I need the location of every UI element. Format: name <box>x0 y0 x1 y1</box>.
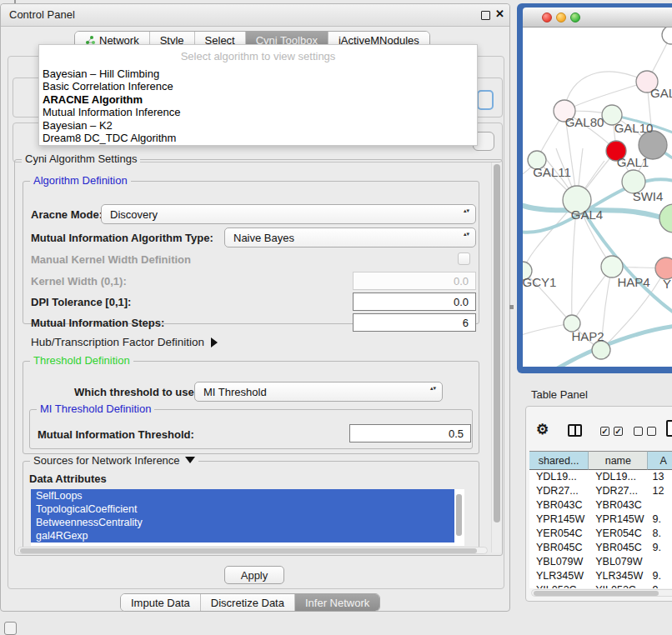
mi-type-value: Naive Bayes <box>233 232 294 244</box>
table-cell: 9. <box>648 541 672 555</box>
algorithm-option-mutual-information-inference[interactable]: Mutual Information Inference <box>39 106 477 118</box>
node-table[interactable]: shared...nameA YDL19...YDL19...13YDR27..… <box>529 451 672 588</box>
table-row[interactable]: YDR27...YDR27...12 <box>529 484 672 498</box>
column-header-1[interactable]: shared... <box>529 451 589 470</box>
bottom-left-panel-icon[interactable] <box>4 622 17 635</box>
document-icon[interactable] <box>666 420 672 437</box>
aracne-mode-select[interactable]: Discovery ▴▾ <box>101 204 476 224</box>
algorithm-option-bayesian-k2[interactable]: Bayesian – K2 <box>39 119 477 132</box>
table-row[interactable]: YIL052CYIL052C9. <box>529 583 672 588</box>
checked-checkbox-icon[interactable]: ✓ <box>600 427 609 436</box>
table-cell: 13 <box>648 470 672 484</box>
kernel-width-input[interactable]: 0.0 <box>353 272 476 290</box>
manual-kernel-label: Manual Kernel Width Definition <box>31 253 191 266</box>
unchecked-checkbox-icon[interactable] <box>647 427 656 436</box>
mi-type-select[interactable]: Naive Bayes ▴▾ <box>224 228 476 248</box>
float-window-icon[interactable] <box>481 11 490 20</box>
panel-divider-handle[interactable] <box>509 305 514 309</box>
settings-group-title: Cyni Algorithm Settings <box>22 152 140 165</box>
column-header-3[interactable]: A <box>648 451 672 470</box>
sources-title-text: Sources for Network Inference <box>33 454 180 467</box>
settings-vertical-scrollbar[interactable] <box>491 162 502 552</box>
mi-steps-input[interactable]: 6 <box>353 313 476 332</box>
sources-group-title[interactable]: Sources for Network Inference <box>30 454 198 467</box>
control-panel-title: Control Panel <box>9 8 75 21</box>
table-cell: 12 <box>648 484 672 498</box>
list-scrollbar-thumb[interactable] <box>456 494 462 536</box>
hub-definition-toggle[interactable]: Hub/Transcription Factor Definition <box>31 336 218 348</box>
mi-threshold-group-title: MI Threshold Definition <box>37 402 154 415</box>
combo-stepper-fragment[interactable] <box>477 90 494 110</box>
algorithm-option-aracne-algorithm[interactable]: ARACNE Algorithm <box>39 93 477 106</box>
which-threshold-select[interactable]: MI Threshold ▴▾ <box>194 382 443 402</box>
network-edge <box>564 82 647 111</box>
settings-horizontal-scrollbar[interactable] <box>18 547 488 554</box>
attribute-item-topologicalcoefficient[interactable]: TopologicalCoefficient <box>31 502 454 516</box>
table-cell: YBR045C <box>529 541 589 555</box>
table-header-row: shared...nameA <box>529 451 672 470</box>
gear-icon[interactable]: ⚙ <box>536 421 549 438</box>
table-hscrollbar-thumb[interactable] <box>534 591 659 596</box>
table-panel: ⚙ ✓ ✓ shared...nameA YDL19...YDL19...13Y… <box>525 406 672 602</box>
mi-threshold-label: Mutual Information Threshold: <box>38 428 194 441</box>
aracne-mode-label: Aracne Mode: <box>31 208 103 221</box>
table-row[interactable]: YDL19...YDL19...13 <box>529 470 672 484</box>
tab-label: Discretize Data <box>211 597 284 609</box>
network-graph[interactable]: GALGAL80GAL10GAL1GAL11SWI4GAL4GCY1HAP4YH… <box>523 28 672 367</box>
data-attributes-list[interactable]: SelfLoopsTopologicalCoefficientBetweenne… <box>31 489 464 546</box>
expanded-arrow-icon <box>185 457 195 463</box>
table-horizontal-scrollbar[interactable] <box>531 589 672 597</box>
network-canvas[interactable]: GALGAL80GAL10GAL1GAL11SWI4GAL4GCY1HAP4YH… <box>523 28 672 367</box>
network-node[interactable] <box>659 204 672 232</box>
attribute-item-gal4rgexp[interactable]: gal4RGexp <box>31 529 454 542</box>
tab-infer-network[interactable]: Infer Network <box>294 594 379 611</box>
dpi-tolerance-input[interactable]: 0.0 <box>353 292 476 311</box>
split-columns-icon[interactable] <box>568 424 582 437</box>
checked-checkbox-icon[interactable]: ✓ <box>614 427 623 436</box>
attribute-item-selfloops[interactable]: SelfLoops <box>31 489 454 502</box>
settings-scrollbar-thumb[interactable] <box>494 164 500 522</box>
data-attributes-label: Data Attributes <box>29 472 107 485</box>
table-cell: YDL19... <box>529 470 589 484</box>
hscrollbar-thumb[interactable] <box>20 548 477 553</box>
mi-threshold-input[interactable]: 0.5 <box>349 424 471 442</box>
table-cell: YDR27... <box>589 484 648 498</box>
attribute-item-betweennesscentrality[interactable]: BetweennessCentrality <box>31 516 454 529</box>
table-row[interactable]: YBL079WYBL079W <box>529 555 672 569</box>
table-cell: 9. <box>648 512 672 527</box>
close-traffic-light-icon[interactable] <box>542 12 552 22</box>
node-label-gal11: GAL11 <box>533 165 571 179</box>
network-node[interactable] <box>662 28 672 44</box>
network-edge-highlighted <box>523 179 672 232</box>
table-cell: 8. <box>648 527 672 541</box>
mi-steps-label: Mutual Information Steps: <box>31 317 164 329</box>
table-cell: YPR145W <box>589 512 648 527</box>
minimize-traffic-light-icon[interactable] <box>556 12 566 22</box>
node-label-hap4: HAP4 <box>617 275 649 289</box>
algorithm-option-basic-correlation-inference[interactable]: Basic Correlation Inference <box>39 80 477 92</box>
table-cell: 9. <box>648 569 672 583</box>
control-panel-window: Control Panel ✕ NetworkStyleSelectCyni T… <box>0 3 510 612</box>
bottom-tab-bar: Impute DataDiscretize DataInfer Network <box>120 593 380 612</box>
table-cell: YIL052C <box>529 583 589 588</box>
algorithm-option-bayesian-hill-climbing[interactable]: Bayesian – Hill Climbing <box>39 68 477 80</box>
table-row[interactable]: YER054CYER054C8. <box>529 527 672 541</box>
algorithm-option-dream8-dc-tdc-algorithm[interactable]: Dream8 DC_TDC Algorithm <box>39 132 477 144</box>
tab-discretize-data[interactable]: Discretize Data <box>200 594 294 611</box>
apply-button[interactable]: Apply <box>224 566 284 584</box>
column-header-2[interactable]: name <box>589 451 648 470</box>
network-node[interactable] <box>592 341 610 359</box>
table-row[interactable]: YLR345WYLR345W9. <box>529 569 672 583</box>
node-label-gal80: GAL80 <box>565 115 604 129</box>
mi-threshold-value: 0.5 <box>449 428 464 440</box>
table-row[interactable]: YBR043CYBR043C <box>529 498 672 512</box>
unchecked-checkbox-icon[interactable] <box>634 427 643 436</box>
zoom-traffic-light-icon[interactable] <box>570 12 580 22</box>
control-panel-titlebar: Control Panel ✕ <box>1 4 509 27</box>
table-cell: YER054C <box>529 527 589 541</box>
tab-impute-data[interactable]: Impute Data <box>121 594 200 611</box>
close-icon[interactable]: ✕ <box>495 8 504 20</box>
manual-kernel-checkbox[interactable] <box>458 252 470 265</box>
table-row[interactable]: YBR045CYBR045C9. <box>529 541 672 555</box>
table-row[interactable]: YPR145WYPR145W9. <box>529 512 672 527</box>
